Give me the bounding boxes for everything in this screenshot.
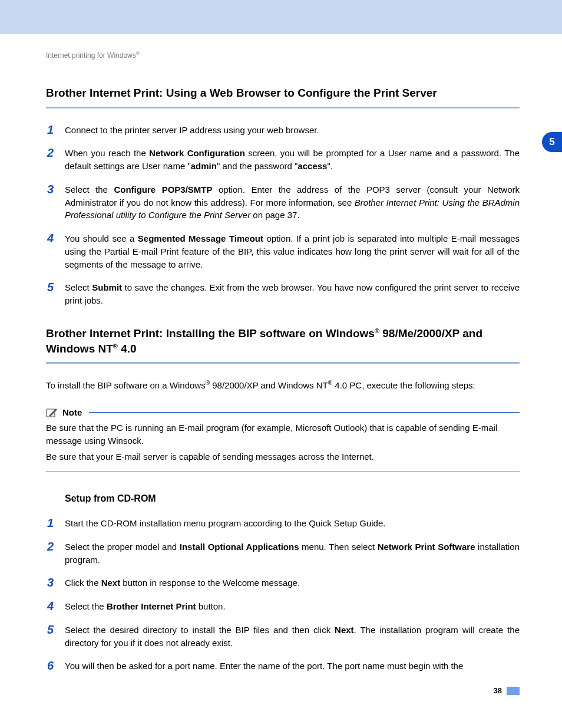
note-block: Note Be sure that the PC is running an E… [46, 407, 520, 472]
note-pencil-icon [46, 407, 59, 418]
title-rule [46, 362, 520, 364]
registered-mark: ® [136, 51, 140, 56]
section-2-title: Brother Internet Print: Installing the B… [46, 326, 520, 356]
page-number: 38 [494, 686, 502, 695]
step-text: Connect to the printer server IP address… [65, 125, 319, 135]
step-item: 2When you reach the Network Configuratio… [46, 147, 520, 173]
step-item: 5Select the desired directory to install… [46, 624, 520, 650]
step-text: Select the desired directory to install … [65, 625, 520, 648]
page-footer: 38 [494, 686, 520, 695]
step-text: Select Submit to save the changes. Exit … [65, 282, 520, 305]
page-content: Internet printing for Windows® Brother I… [0, 34, 562, 673]
subsection-title: Setup from CD-ROM [65, 493, 520, 504]
step-text: You will then be asked for a port name. … [65, 661, 463, 671]
step-text: Select the Configure POP3/SMTP option. E… [65, 185, 520, 220]
step-number: 5 [47, 279, 54, 296]
step-number: 6 [47, 657, 54, 674]
step-number: 4 [47, 598, 54, 615]
note-line: Be sure that your E-mail server is capab… [46, 450, 520, 463]
step-number: 4 [47, 230, 54, 247]
step-item: 3Select the Configure POP3/SMTP option. … [46, 183, 520, 222]
note-bottom-rule [46, 472, 520, 472]
note-header: Note [46, 407, 520, 418]
step-text: Click the Next button in response to the… [65, 578, 300, 588]
step-number: 1 [47, 515, 54, 532]
section-1-steps: 1Connect to the printer server IP addres… [46, 124, 520, 307]
subsection-steps: 1Start the CD-ROM installation menu prog… [46, 517, 520, 673]
chapter-side-tab: 5 [542, 132, 562, 152]
step-item: 1Connect to the printer server IP addres… [46, 124, 520, 137]
note-line: Be sure that the PC is running an E-mail… [46, 421, 520, 447]
step-item: 5Select Submit to save the changes. Exit… [46, 281, 520, 307]
section-1-title: Brother Internet Print: Using a Web Brow… [46, 85, 520, 101]
step-number: 5 [47, 621, 54, 638]
step-item: 4Select the Brother Internet Print butto… [46, 600, 520, 613]
step-number: 2 [47, 144, 54, 162]
step-number: 3 [47, 181, 54, 198]
step-number: 1 [47, 121, 54, 139]
step-text: You should see a Segmented Message Timeo… [65, 233, 520, 269]
running-header-text: Internet printing for Windows [46, 51, 136, 60]
step-item: 4You should see a Segmented Message Time… [46, 232, 520, 271]
running-header: Internet printing for Windows® [46, 51, 520, 60]
top-band [0, 0, 562, 34]
step-text: Start the CD-ROM installation menu progr… [65, 518, 385, 528]
step-item: 3Click the Next button in response to th… [46, 577, 520, 589]
note-rule [89, 412, 520, 413]
step-item: 1Start the CD-ROM installation menu prog… [46, 517, 520, 530]
note-label: Note [62, 407, 82, 417]
section-2-intro: To install the BIP software on a Windows… [46, 379, 520, 392]
step-number: 3 [47, 574, 54, 591]
step-item: 2Select the proper model and Install Opt… [46, 541, 520, 566]
step-text: Select the proper model and Install Opti… [65, 542, 520, 565]
step-item: 6You will then be asked for a port name.… [46, 660, 520, 673]
title-rule [46, 107, 520, 108]
step-text: When you reach the Network Configuration… [65, 148, 520, 171]
step-text: Select the Brother Internet Print button… [65, 601, 226, 611]
step-number: 2 [47, 538, 54, 555]
page-chip [507, 687, 520, 695]
